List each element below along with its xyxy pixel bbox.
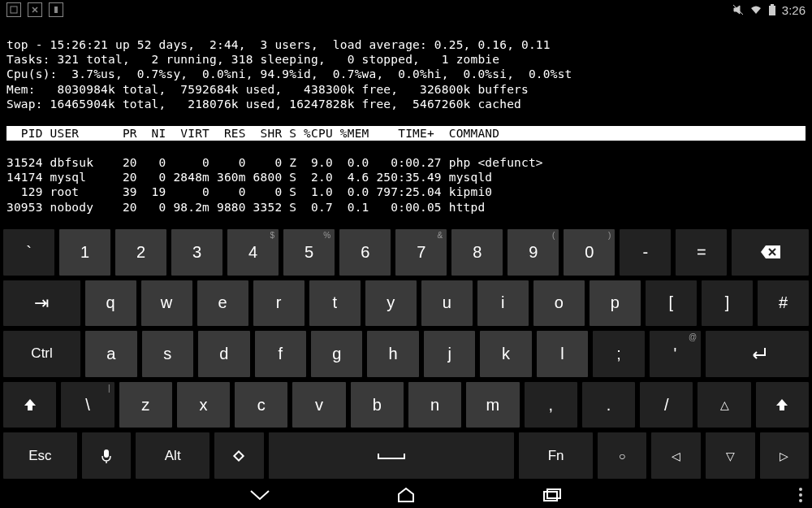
key-9[interactable]: (9 <box>508 229 559 276</box>
process-row: 30953 nobody 20 0 98.2m 9880 3352 S 0.7 … <box>6 201 485 214</box>
key-quote[interactable]: @' <box>650 331 701 377</box>
key-0[interactable]: )0 <box>564 229 615 276</box>
svg-rect-8 <box>547 489 560 498</box>
status-right: 3:26 <box>732 3 806 17</box>
key-b[interactable]: b <box>351 382 404 428</box>
mute-icon <box>732 3 745 16</box>
svg-rect-7 <box>544 492 557 501</box>
key-u[interactable]: u <box>421 280 473 327</box>
key-slash[interactable]: / <box>640 382 693 428</box>
key-p[interactable]: p <box>590 280 641 327</box>
key-y[interactable]: y <box>365 280 417 327</box>
key-7[interactable]: &7 <box>395 229 447 276</box>
key-sym[interactable] <box>214 432 264 479</box>
key-z[interactable]: z <box>119 382 172 428</box>
key-8[interactable]: 8 <box>451 229 503 276</box>
top-summary-line-0: top - 15:26:21 up 52 days, 2:44, 3 users… <box>6 38 551 51</box>
process-header: PID USER PR NI VIRT RES SHR S %CPU %MEM … <box>6 126 806 141</box>
key-l[interactable]: l <box>537 331 588 377</box>
keyboard-row-2: ⇥ q w e r t y u i o p [ ] # <box>3 280 809 327</box>
key-shift-right[interactable] <box>756 382 809 428</box>
key-arrow-up[interactable]: △ <box>698 382 750 428</box>
key-ctrl[interactable]: Ctrl <box>3 331 80 377</box>
process-row: 31524 dbfsuk 20 0 0 0 0 Z 9.0 0.0 0:00.2… <box>6 156 543 169</box>
top-summary-line-1: Tasks: 321 total, 2 running, 318 sleepin… <box>6 53 499 66</box>
key-f[interactable]: f <box>255 331 306 377</box>
key-2[interactable]: 2 <box>115 229 166 276</box>
key-s[interactable]: s <box>142 331 193 377</box>
key-tab[interactable]: ⇥ <box>3 280 80 327</box>
terminal-output: top - 15:26:21 up 52 days, 2:44, 3 users… <box>0 20 812 218</box>
key-space[interactable] <box>269 432 515 479</box>
svg-rect-1 <box>54 7 58 13</box>
key-minus[interactable]: - <box>620 229 671 276</box>
key-esc[interactable]: Esc <box>3 432 77 479</box>
key-4[interactable]: $4 <box>227 229 279 276</box>
svg-rect-4 <box>104 449 109 458</box>
key-n[interactable]: n <box>408 382 461 428</box>
key-fn[interactable]: Fn <box>519 432 593 479</box>
svg-rect-0 <box>11 7 17 13</box>
key-arrow-right[interactable]: ▷ <box>760 432 810 479</box>
key-w[interactable]: w <box>141 280 192 327</box>
app-icon-3 <box>49 2 63 17</box>
process-row: 129 root 39 19 0 0 0 S 1.0 0.0 797:25.04… <box>6 185 492 198</box>
key-e[interactable]: e <box>197 280 248 327</box>
key-backslash[interactable]: |\ <box>61 382 114 428</box>
top-summary-line-2: Cpu(s): 3.7%us, 0.7%sy, 0.0%ni, 94.9%id,… <box>6 67 572 80</box>
wifi-icon <box>749 3 762 16</box>
status-left <box>6 2 63 17</box>
key-g[interactable]: g <box>311 331 362 377</box>
key-period[interactable]: . <box>582 382 635 428</box>
svg-rect-3 <box>771 4 774 6</box>
key-c[interactable]: c <box>235 382 287 428</box>
key-comma[interactable]: , <box>525 382 577 428</box>
battery-icon <box>767 3 777 16</box>
key-h[interactable]: h <box>367 331 418 377</box>
key-enter[interactable] <box>706 331 809 377</box>
key-1[interactable]: 1 <box>59 229 110 276</box>
clock-text: 3:26 <box>782 3 806 17</box>
keyboard-row-1: ` 1 2 3 $4 %5 6 &7 8 (9 )0 - = <box>3 229 809 276</box>
key-backtick[interactable]: ` <box>3 229 54 276</box>
key-k[interactable]: k <box>480 331 531 377</box>
keyboard-row-3: Ctrl a s d f g h j k l ; @' <box>3 331 809 377</box>
key-r[interactable]: r <box>253 280 304 327</box>
key-m[interactable]: m <box>466 382 519 428</box>
svg-rect-2 <box>769 6 775 15</box>
on-screen-keyboard: ` 1 2 3 $4 %5 6 &7 8 (9 )0 - = ⇥ q w e r… <box>0 226 812 482</box>
nav-overflow-button[interactable] <box>799 488 802 502</box>
top-summary-line-4: Swap: 16465904k total, 218076k used, 162… <box>6 98 521 111</box>
key-6[interactable]: 6 <box>339 229 391 276</box>
nav-recent-button[interactable] <box>540 487 564 503</box>
key-5[interactable]: %5 <box>283 229 335 276</box>
key-arrow-down[interactable]: ▽ <box>706 432 755 479</box>
keyboard-row-4: |\ z x c v b n m , . / △ <box>3 382 809 428</box>
key-q[interactable]: q <box>85 280 136 327</box>
key-d[interactable]: d <box>198 331 249 377</box>
key-stop[interactable]: ○ <box>598 432 647 479</box>
nav-home-button[interactable] <box>394 487 418 503</box>
key-t[interactable]: t <box>309 280 361 327</box>
key-semicolon[interactable]: ; <box>593 331 644 377</box>
key-equals[interactable]: = <box>676 229 727 276</box>
key-v[interactable]: v <box>292 382 345 428</box>
key-bracket-right[interactable]: ] <box>702 280 753 327</box>
keyboard-row-5: Esc Alt Fn ○ ◁ ▽ ▷ <box>3 432 809 479</box>
key-arrow-left[interactable]: ◁ <box>651 432 701 479</box>
key-bracket-left[interactable]: [ <box>646 280 697 327</box>
key-backspace[interactable] <box>732 229 809 276</box>
key-o[interactable]: o <box>533 280 585 327</box>
key-mic[interactable] <box>82 432 132 479</box>
key-i[interactable]: i <box>477 280 529 327</box>
android-nav-bar <box>0 482 812 508</box>
key-alt[interactable]: Alt <box>136 432 209 479</box>
key-j[interactable]: j <box>424 331 475 377</box>
key-a[interactable]: a <box>85 331 136 377</box>
key-hash[interactable]: # <box>758 280 809 327</box>
nav-back-button[interactable] <box>248 487 272 503</box>
key-3[interactable]: 3 <box>171 229 222 276</box>
status-bar: 3:26 <box>0 0 812 20</box>
key-x[interactable]: x <box>177 382 230 428</box>
key-shift-left[interactable] <box>3 382 56 428</box>
